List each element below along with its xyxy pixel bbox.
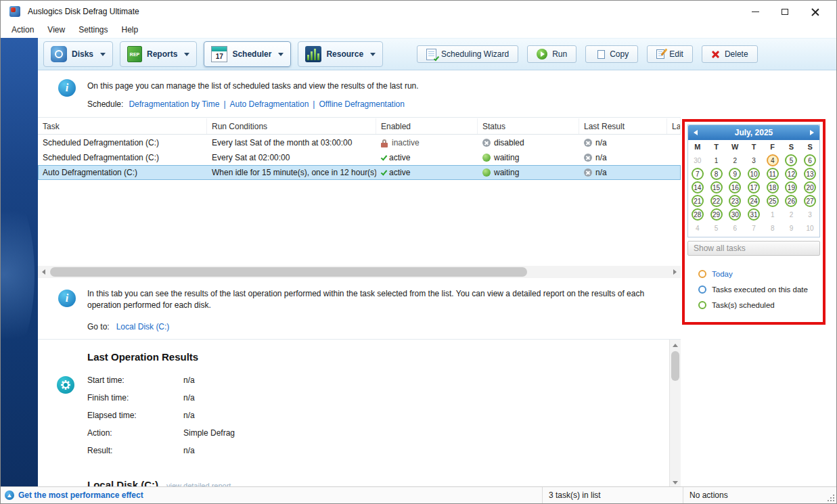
calendar-day[interactable]: 29: [710, 208, 723, 221]
disk-icon: [51, 46, 67, 62]
column-header[interactable]: Status: [478, 118, 579, 134]
calendar-day[interactable]: 30: [692, 154, 704, 166]
table-row[interactable]: Scheduled Defragmentation (C:)Every last…: [38, 135, 681, 150]
menu-item-settings[interactable]: Settings: [72, 22, 114, 38]
column-header[interactable]: Task: [38, 118, 207, 134]
scheduling-wizard-button[interactable]: Scheduling Wizard: [417, 45, 518, 63]
vertical-scrollbar[interactable]: [669, 340, 681, 488]
calendar-day[interactable]: 8: [710, 168, 723, 180]
calendar-day[interactable]: 7: [748, 222, 760, 234]
calendar-day[interactable]: 11: [767, 168, 779, 180]
copy-button[interactable]: Copy: [585, 45, 638, 63]
calendar-day[interactable]: 9: [785, 222, 797, 234]
performance-icon: [5, 490, 14, 500]
calendar-day[interactable]: 1: [767, 208, 779, 221]
tab-scheduler[interactable]: 17 Scheduler: [204, 41, 291, 67]
scroll-left-arrow[interactable]: [38, 266, 49, 278]
link-offline-defragmentation[interactable]: Offline Defragmentation: [319, 99, 405, 109]
calendar-day[interactable]: 24: [748, 195, 760, 207]
tab-reports[interactable]: REP Reports: [120, 41, 197, 67]
left-decor-strip: [1, 38, 38, 488]
run-button[interactable]: Run: [527, 45, 576, 63]
menu-item-action[interactable]: Action: [5, 22, 41, 38]
horizontal-scrollbar[interactable]: [38, 266, 681, 278]
goto-label: Go to:: [87, 322, 110, 331]
calendar-day[interactable]: 8: [767, 222, 779, 234]
calendar-day[interactable]: 10: [748, 168, 760, 180]
calendar-day[interactable]: 21: [692, 195, 704, 207]
tab-resource[interactable]: Resource: [298, 41, 383, 67]
calendar-day[interactable]: 7: [692, 168, 704, 180]
calendar-day[interactable]: 10: [804, 222, 816, 234]
calendar-day[interactable]: 25: [767, 195, 779, 207]
calendar-day[interactable]: 18: [767, 181, 779, 193]
calendar-day[interactable]: 2: [729, 154, 741, 166]
edit-button[interactable]: Edit: [647, 45, 693, 63]
link-auto-defragmentation[interactable]: Auto Defragmentation: [230, 99, 309, 109]
calendar-day[interactable]: 6: [729, 222, 741, 234]
calendar-day[interactable]: 5: [710, 222, 723, 234]
calendar-day[interactable]: 12: [785, 168, 797, 180]
calendar-day[interactable]: 31: [748, 208, 760, 221]
calendar-day[interactable]: 23: [729, 195, 741, 207]
calendar-prev-icon[interactable]: [694, 130, 698, 135]
calendar-day[interactable]: 26: [785, 195, 797, 207]
calendar-day[interactable]: 6: [804, 154, 816, 166]
calendar-day[interactable]: 15: [710, 181, 723, 193]
calendar-day[interactable]: 30: [729, 208, 741, 221]
day-header: T: [752, 143, 756, 151]
show-all-tasks-button[interactable]: Show all tasks: [687, 241, 820, 256]
calendar-day[interactable]: 28: [692, 208, 704, 221]
chevron-down-icon: [370, 53, 376, 56]
calendar-day[interactable]: 5: [785, 154, 797, 166]
calendar-day[interactable]: 9: [729, 168, 741, 180]
calendar-day[interactable]: 4: [692, 222, 704, 234]
resize-grip[interactable]: [833, 500, 834, 501]
table-row[interactable]: Auto Defragmentation (C:)When idle for 1…: [38, 165, 681, 180]
delete-x-icon: [711, 50, 720, 59]
calendar-day[interactable]: 1: [710, 154, 723, 166]
delete-button[interactable]: Delete: [702, 45, 758, 63]
calendar-day[interactable]: 14: [692, 181, 704, 193]
close-button[interactable]: [800, 1, 830, 22]
calendar-day[interactable]: 20: [804, 181, 816, 193]
menu-item-view[interactable]: View: [41, 22, 72, 38]
button-label: Delete: [725, 49, 748, 59]
calendar-day[interactable]: 19: [785, 181, 797, 193]
results-info-bar: i In this tab you can see the results of…: [38, 279, 681, 339]
link-defragmentation-by-time[interactable]: Defragmentation by Time: [129, 99, 219, 109]
scroll-right-arrow[interactable]: [669, 266, 681, 278]
calendar-day[interactable]: 3: [804, 208, 816, 221]
calendar-day[interactable]: 17: [748, 181, 760, 193]
calendar-day[interactable]: 16: [729, 181, 741, 193]
calendar-day[interactable]: 22: [710, 195, 723, 207]
column-header[interactable]: Last Result: [579, 118, 667, 134]
calendar-day[interactable]: 2: [785, 208, 797, 221]
maximize-button[interactable]: [770, 1, 800, 22]
check-icon: [381, 154, 388, 161]
performance-link[interactable]: Get the most performance effect: [1, 490, 542, 500]
tab-label: Resource: [326, 49, 363, 59]
menu-item-help[interactable]: Help: [115, 22, 145, 38]
calendar-day[interactable]: 27: [804, 195, 816, 207]
tab-disks[interactable]: Disks: [43, 41, 113, 67]
result-field: Result:n/a: [87, 446, 235, 463]
column-header[interactable]: Run Conditions: [207, 118, 376, 134]
calendar-day[interactable]: 13: [804, 168, 816, 180]
calendar-day[interactable]: 3: [748, 154, 760, 166]
calendar-next-icon[interactable]: [810, 130, 814, 135]
scrollbar-thumb[interactable]: [50, 267, 527, 277]
calendar-day[interactable]: 4: [767, 154, 779, 166]
minimize-button[interactable]: [740, 1, 770, 22]
scrollbar-thumb[interactable]: [671, 351, 679, 381]
table-row[interactable]: Scheduled Defragmentation (C:)Every Sat …: [38, 150, 681, 165]
day-header: M: [694, 143, 700, 151]
disabled-x-icon: [482, 139, 491, 147]
column-header[interactable]: Enabled: [376, 118, 478, 134]
disabled-x-icon: [584, 168, 592, 177]
link-local-disk-c[interactable]: Local Disk (C:): [116, 322, 170, 331]
scroll-up-arrow[interactable]: [670, 340, 681, 350]
scheduler-info-text: On this page you can manage the list of …: [87, 81, 419, 91]
column-header[interactable]: Las: [667, 118, 681, 134]
scheduled-ring-icon: [698, 301, 706, 309]
